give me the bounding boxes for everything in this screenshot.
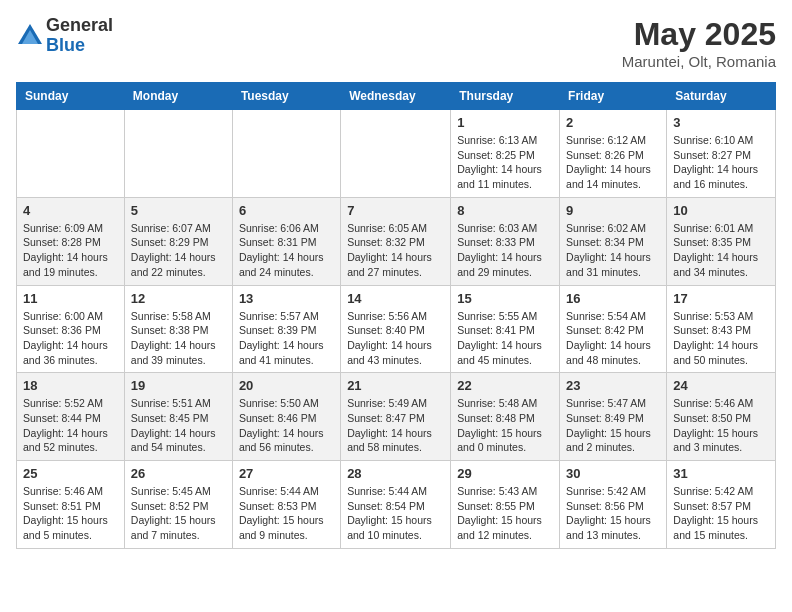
day-cell: 4Sunrise: 6:09 AM Sunset: 8:28 PM Daylig… (17, 197, 125, 285)
day-cell: 7Sunrise: 6:05 AM Sunset: 8:32 PM Daylig… (341, 197, 451, 285)
day-detail: Sunrise: 6:01 AM Sunset: 8:35 PM Dayligh… (673, 221, 769, 280)
title-area: May 2025 Maruntei, Olt, Romania (622, 16, 776, 70)
day-cell (341, 110, 451, 198)
day-cell: 8Sunrise: 6:03 AM Sunset: 8:33 PM Daylig… (451, 197, 560, 285)
header-row: SundayMondayTuesdayWednesdayThursdayFrid… (17, 83, 776, 110)
day-number: 8 (457, 203, 553, 218)
day-cell: 18Sunrise: 5:52 AM Sunset: 8:44 PM Dayli… (17, 373, 125, 461)
day-detail: Sunrise: 6:03 AM Sunset: 8:33 PM Dayligh… (457, 221, 553, 280)
day-detail: Sunrise: 5:54 AM Sunset: 8:42 PM Dayligh… (566, 309, 660, 368)
day-cell (124, 110, 232, 198)
day-detail: Sunrise: 6:05 AM Sunset: 8:32 PM Dayligh… (347, 221, 444, 280)
logo-blue: Blue (46, 36, 113, 56)
day-cell: 10Sunrise: 6:01 AM Sunset: 8:35 PM Dayli… (667, 197, 776, 285)
day-cell: 30Sunrise: 5:42 AM Sunset: 8:56 PM Dayli… (560, 461, 667, 549)
day-number: 12 (131, 291, 226, 306)
day-number: 13 (239, 291, 334, 306)
month-title: May 2025 (622, 16, 776, 53)
day-number: 10 (673, 203, 769, 218)
day-number: 2 (566, 115, 660, 130)
day-detail: Sunrise: 5:42 AM Sunset: 8:57 PM Dayligh… (673, 484, 769, 543)
day-detail: Sunrise: 6:09 AM Sunset: 8:28 PM Dayligh… (23, 221, 118, 280)
day-detail: Sunrise: 6:06 AM Sunset: 8:31 PM Dayligh… (239, 221, 334, 280)
calendar-header: SundayMondayTuesdayWednesdayThursdayFrid… (17, 83, 776, 110)
header-cell-tuesday: Tuesday (232, 83, 340, 110)
day-cell: 13Sunrise: 5:57 AM Sunset: 8:39 PM Dayli… (232, 285, 340, 373)
day-cell: 20Sunrise: 5:50 AM Sunset: 8:46 PM Dayli… (232, 373, 340, 461)
day-cell: 27Sunrise: 5:44 AM Sunset: 8:53 PM Dayli… (232, 461, 340, 549)
day-cell: 2Sunrise: 6:12 AM Sunset: 8:26 PM Daylig… (560, 110, 667, 198)
header-cell-saturday: Saturday (667, 83, 776, 110)
day-cell: 17Sunrise: 5:53 AM Sunset: 8:43 PM Dayli… (667, 285, 776, 373)
day-number: 11 (23, 291, 118, 306)
week-row-3: 11Sunrise: 6:00 AM Sunset: 8:36 PM Dayli… (17, 285, 776, 373)
header: General Blue May 2025 Maruntei, Olt, Rom… (16, 16, 776, 70)
day-detail: Sunrise: 5:57 AM Sunset: 8:39 PM Dayligh… (239, 309, 334, 368)
day-number: 30 (566, 466, 660, 481)
day-cell: 12Sunrise: 5:58 AM Sunset: 8:38 PM Dayli… (124, 285, 232, 373)
day-cell: 5Sunrise: 6:07 AM Sunset: 8:29 PM Daylig… (124, 197, 232, 285)
day-detail: Sunrise: 5:44 AM Sunset: 8:54 PM Dayligh… (347, 484, 444, 543)
day-cell: 16Sunrise: 5:54 AM Sunset: 8:42 PM Dayli… (560, 285, 667, 373)
day-number: 15 (457, 291, 553, 306)
header-cell-monday: Monday (124, 83, 232, 110)
day-cell: 25Sunrise: 5:46 AM Sunset: 8:51 PM Dayli… (17, 461, 125, 549)
day-number: 25 (23, 466, 118, 481)
day-number: 28 (347, 466, 444, 481)
day-cell: 23Sunrise: 5:47 AM Sunset: 8:49 PM Dayli… (560, 373, 667, 461)
day-number: 9 (566, 203, 660, 218)
day-number: 29 (457, 466, 553, 481)
day-number: 17 (673, 291, 769, 306)
day-detail: Sunrise: 5:50 AM Sunset: 8:46 PM Dayligh… (239, 396, 334, 455)
day-cell: 14Sunrise: 5:56 AM Sunset: 8:40 PM Dayli… (341, 285, 451, 373)
day-detail: Sunrise: 5:44 AM Sunset: 8:53 PM Dayligh… (239, 484, 334, 543)
day-cell: 26Sunrise: 5:45 AM Sunset: 8:52 PM Dayli… (124, 461, 232, 549)
day-detail: Sunrise: 5:47 AM Sunset: 8:49 PM Dayligh… (566, 396, 660, 455)
logo-general: General (46, 16, 113, 36)
day-number: 19 (131, 378, 226, 393)
day-number: 14 (347, 291, 444, 306)
day-number: 21 (347, 378, 444, 393)
day-number: 7 (347, 203, 444, 218)
day-detail: Sunrise: 5:42 AM Sunset: 8:56 PM Dayligh… (566, 484, 660, 543)
day-cell: 1Sunrise: 6:13 AM Sunset: 8:25 PM Daylig… (451, 110, 560, 198)
day-detail: Sunrise: 5:52 AM Sunset: 8:44 PM Dayligh… (23, 396, 118, 455)
calendar-body: 1Sunrise: 6:13 AM Sunset: 8:25 PM Daylig… (17, 110, 776, 549)
day-cell: 29Sunrise: 5:43 AM Sunset: 8:55 PM Dayli… (451, 461, 560, 549)
day-cell: 9Sunrise: 6:02 AM Sunset: 8:34 PM Daylig… (560, 197, 667, 285)
day-detail: Sunrise: 6:13 AM Sunset: 8:25 PM Dayligh… (457, 133, 553, 192)
header-cell-thursday: Thursday (451, 83, 560, 110)
day-cell (232, 110, 340, 198)
week-row-4: 18Sunrise: 5:52 AM Sunset: 8:44 PM Dayli… (17, 373, 776, 461)
day-number: 1 (457, 115, 553, 130)
day-detail: Sunrise: 5:53 AM Sunset: 8:43 PM Dayligh… (673, 309, 769, 368)
day-number: 6 (239, 203, 334, 218)
day-detail: Sunrise: 6:00 AM Sunset: 8:36 PM Dayligh… (23, 309, 118, 368)
day-number: 22 (457, 378, 553, 393)
day-cell: 3Sunrise: 6:10 AM Sunset: 8:27 PM Daylig… (667, 110, 776, 198)
day-cell: 15Sunrise: 5:55 AM Sunset: 8:41 PM Dayli… (451, 285, 560, 373)
day-detail: Sunrise: 5:51 AM Sunset: 8:45 PM Dayligh… (131, 396, 226, 455)
day-cell: 28Sunrise: 5:44 AM Sunset: 8:54 PM Dayli… (341, 461, 451, 549)
day-detail: Sunrise: 5:56 AM Sunset: 8:40 PM Dayligh… (347, 309, 444, 368)
day-number: 26 (131, 466, 226, 481)
day-cell (17, 110, 125, 198)
week-row-5: 25Sunrise: 5:46 AM Sunset: 8:51 PM Dayli… (17, 461, 776, 549)
day-number: 18 (23, 378, 118, 393)
day-detail: Sunrise: 5:45 AM Sunset: 8:52 PM Dayligh… (131, 484, 226, 543)
logo: General Blue (16, 16, 113, 56)
calendar-table: SundayMondayTuesdayWednesdayThursdayFrid… (16, 82, 776, 549)
day-cell: 19Sunrise: 5:51 AM Sunset: 8:45 PM Dayli… (124, 373, 232, 461)
day-cell: 11Sunrise: 6:00 AM Sunset: 8:36 PM Dayli… (17, 285, 125, 373)
day-detail: Sunrise: 5:48 AM Sunset: 8:48 PM Dayligh… (457, 396, 553, 455)
day-number: 5 (131, 203, 226, 218)
day-detail: Sunrise: 5:43 AM Sunset: 8:55 PM Dayligh… (457, 484, 553, 543)
day-detail: Sunrise: 5:46 AM Sunset: 8:50 PM Dayligh… (673, 396, 769, 455)
header-cell-friday: Friday (560, 83, 667, 110)
header-cell-wednesday: Wednesday (341, 83, 451, 110)
day-detail: Sunrise: 6:07 AM Sunset: 8:29 PM Dayligh… (131, 221, 226, 280)
day-cell: 6Sunrise: 6:06 AM Sunset: 8:31 PM Daylig… (232, 197, 340, 285)
day-number: 20 (239, 378, 334, 393)
day-detail: Sunrise: 5:49 AM Sunset: 8:47 PM Dayligh… (347, 396, 444, 455)
day-detail: Sunrise: 5:46 AM Sunset: 8:51 PM Dayligh… (23, 484, 118, 543)
